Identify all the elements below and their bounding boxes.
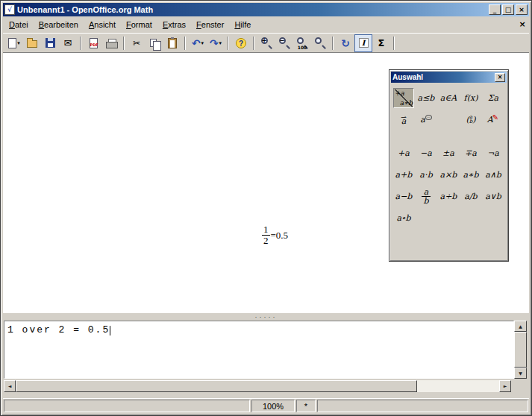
zoom-all-button[interactable]	[311, 34, 329, 52]
scroll-up-icon[interactable]: ▲	[514, 321, 527, 332]
save-button[interactable]	[41, 34, 59, 52]
category-brackets[interactable]: ( a b )	[460, 110, 481, 130]
horizontal-scroll-thumb[interactable]	[16, 380, 417, 392]
help-button[interactable]: ?	[232, 34, 250, 52]
document-close-icon[interactable]: ×	[516, 19, 528, 31]
scroll-right-icon[interactable]: ►	[499, 380, 511, 392]
symbol-a-and-b[interactable]: a∧b	[483, 165, 504, 185]
chevron-down-icon: ▾	[17, 40, 20, 46]
splitter-grip-icon: ·····	[255, 315, 278, 319]
formats-icon: A✎	[487, 115, 499, 125]
category-operators[interactable]: Σa	[483, 88, 504, 108]
palette-category-row-2: ⇀ a a··· ( a b	[392, 109, 506, 130]
formula-display[interactable]: 1 2 =0.5	[262, 224, 288, 247]
set-operations-icon: a∈A	[440, 93, 457, 103]
category-attributes[interactable]: ⇀ a	[393, 110, 414, 130]
symbol-a-circ-b[interactable]: a∘b	[393, 208, 414, 228]
category-formats[interactable]: A✎	[483, 110, 504, 130]
symbol-a-slash-b[interactable]: a/b	[460, 186, 481, 207]
menu-bearbeiten[interactable]: Bearbeiten	[34, 18, 84, 31]
category-set-operations[interactable]: a∈A	[438, 88, 459, 108]
relations-icon: a≤b	[418, 93, 435, 103]
symbol-minus-plus-a[interactable]: ∓a	[460, 143, 481, 163]
palette-close-button[interactable]: ×	[495, 73, 505, 82]
menu-datei[interactable]: Datei	[4, 18, 34, 31]
symbols-catalog-button[interactable]: Σ	[372, 34, 390, 52]
status-main-cell	[4, 400, 250, 412]
command-editor[interactable]: 1 over 2 = 0.5	[4, 321, 514, 379]
symbol-a-cdot-b[interactable]: a⋅b	[416, 165, 436, 185]
copy-button[interactable]	[145, 34, 163, 52]
symbol-a-ast-b[interactable]: a∗b	[460, 165, 481, 185]
menu-format[interactable]: Format	[121, 18, 157, 31]
redo-icon: ↷	[210, 37, 219, 49]
email-button[interactable]: ✉	[59, 34, 77, 52]
status-zoom-cell[interactable]: 100%	[251, 400, 295, 412]
status-filler-cell	[317, 400, 528, 412]
horizontal-scroll-track[interactable]	[417, 380, 499, 392]
open-button[interactable]	[23, 34, 41, 52]
category-relations[interactable]: a≤b	[416, 88, 436, 108]
zoom-100-button[interactable]: 100	[293, 34, 311, 52]
minimize-button[interactable]: _	[489, 4, 501, 15]
toolbar-separator	[184, 37, 186, 50]
undo-button[interactable]: ↶ ▾	[189, 34, 207, 52]
functions-icon: f(x)	[464, 93, 478, 103]
symbol-a-plus-b[interactable]: a+b	[393, 165, 414, 185]
fraction-icon: a b	[421, 188, 431, 205]
export-pdf-button[interactable]: PDF	[84, 34, 102, 52]
toolbar-separator	[393, 37, 395, 50]
menu-fenster[interactable]: Fenster	[191, 18, 229, 31]
toolbar-separator	[332, 37, 334, 50]
redo-button[interactable]: ↷ ▾	[207, 34, 225, 52]
miscellaneous-icon: a···	[420, 115, 431, 125]
copy-icon	[150, 39, 157, 47]
symbol-a-minus-b[interactable]: a−b	[393, 186, 414, 207]
palette-spacer	[438, 110, 459, 130]
new-document-button[interactable]: ▾	[5, 34, 23, 52]
palette-symbol-row-3: a−b a b a÷b a/b a∨b	[392, 186, 506, 207]
menu-hilfe[interactable]: Hilfe	[229, 18, 256, 31]
palette-symbol-row-4: a∘b	[392, 207, 506, 229]
symbol-minus-a[interactable]: −a	[416, 143, 436, 163]
clipboard-icon	[168, 38, 177, 48]
palette-title-bar[interactable]: Auswahl ×	[391, 72, 507, 83]
zoom-in-button[interactable]: +	[257, 34, 275, 52]
category-functions[interactable]: f(x)	[460, 88, 481, 108]
symbol-a-over-b[interactable]: a b	[416, 186, 436, 207]
maximize-button[interactable]: □	[502, 4, 514, 15]
print-button[interactable]	[102, 34, 120, 52]
zoom-100-icon: 100	[296, 37, 309, 49]
menu-extras[interactable]: Extras	[157, 18, 191, 31]
category-unary-binary-operators[interactable]: +a a∗b	[393, 88, 414, 108]
category-miscellaneous[interactable]: a···	[416, 110, 436, 130]
symbol-a-div-b[interactable]: a÷b	[438, 186, 459, 207]
command-horizontal-scrollbar[interactable]: ◄ ►	[4, 380, 511, 392]
scroll-down-icon[interactable]: ▼	[514, 368, 527, 379]
menu-ansicht[interactable]: Ansicht	[84, 18, 121, 31]
refresh-icon: ↻	[341, 37, 350, 49]
scissors-icon: ✂	[133, 38, 140, 48]
vertical-scroll-thumb[interactable]	[514, 332, 527, 368]
paste-button[interactable]	[163, 34, 181, 52]
refresh-button[interactable]: ↻	[337, 34, 354, 52]
palette-symbol-row-1: +a −a ±a ∓a ¬a	[392, 142, 506, 164]
email-icon: ✉	[64, 37, 72, 48]
symbol-plus-a[interactable]: +a	[393, 143, 414, 163]
zoom-all-icon	[314, 37, 327, 49]
formula-cursor-icon: I	[359, 38, 369, 48]
view-split-handle[interactable]: ·····	[3, 312, 529, 321]
formula-cursor-button[interactable]: I	[354, 34, 372, 52]
zoom-out-button[interactable]: −	[275, 34, 293, 52]
title-bar[interactable]: √ Unbenannt1 - OpenOffice.org Math _ □ ×	[3, 3, 529, 16]
symbol-plus-minus-a[interactable]: ±a	[438, 143, 459, 163]
toolbar-separator	[80, 37, 81, 50]
symbol-not-a[interactable]: ¬a	[483, 143, 504, 163]
symbol-a-times-b[interactable]: a×b	[438, 165, 459, 185]
formula-rhs: =0.5	[271, 230, 289, 242]
symbol-a-or-b[interactable]: a∨b	[483, 186, 504, 207]
close-button[interactable]: ×	[516, 4, 528, 15]
cut-button[interactable]: ✂	[128, 34, 145, 52]
command-vertical-scrollbar[interactable]: ▲ ▼	[514, 321, 527, 379]
scroll-left-icon[interactable]: ◄	[4, 380, 16, 392]
